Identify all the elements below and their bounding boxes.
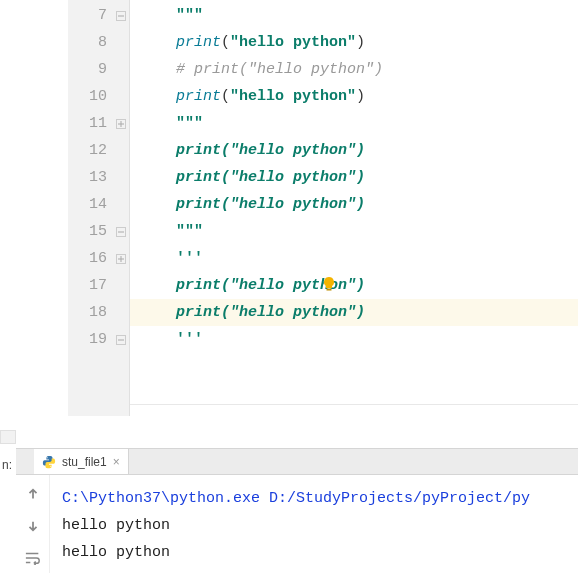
code-line[interactable] [130,380,578,407]
line-number[interactable]: 10 [68,83,129,110]
intention-bulb-icon[interactable] [322,276,336,297]
line-number[interactable]: 15 [68,218,129,245]
line-number[interactable]: 12 [68,137,129,164]
code-content[interactable]: """print("hello python")# print("hello p… [130,0,578,416]
scroll-down-button[interactable] [22,515,44,537]
output-line: hello python [62,512,566,539]
code-line[interactable]: print("hello python") [130,272,578,299]
fold-close-icon[interactable] [115,226,127,238]
fold-open-icon[interactable] [115,253,127,265]
run-label: n: [2,458,12,472]
editor-left-margin [0,0,68,416]
code-editor[interactable]: 78910111213141516171819 """print("hello … [0,0,578,416]
line-number[interactable]: 13 [68,164,129,191]
line-number-gutter[interactable]: 78910111213141516171819 [68,0,130,416]
scroll-up-button[interactable] [22,483,44,505]
line-number[interactable]: 14 [68,191,129,218]
code-line[interactable]: ''' [130,245,578,272]
code-line[interactable]: ''' [130,326,578,353]
code-line[interactable]: print("hello python") [130,83,578,110]
line-number[interactable]: 16 [68,245,129,272]
line-number[interactable]: 7 [68,2,129,29]
code-line[interactable]: print("hello python") [130,299,578,326]
code-line[interactable]: """ [130,2,578,29]
code-line[interactable]: print("hello python") [130,29,578,56]
code-line[interactable]: """ [130,218,578,245]
line-number[interactable]: 9 [68,56,129,83]
run-tabs: stu_file1 × [16,449,578,475]
run-tab-stu-file1[interactable]: stu_file1 × [34,449,129,474]
line-number[interactable]: 19 [68,326,129,353]
svg-rect-5 [327,289,332,291]
python-file-icon [42,455,56,469]
run-toolbar [16,475,50,573]
line-number[interactable]: 8 [68,29,129,56]
code-line[interactable]: print("hello python") [130,191,578,218]
close-icon[interactable]: × [113,455,120,469]
code-line[interactable]: """ [130,110,578,137]
line-number[interactable]: 17 [68,272,129,299]
soft-wrap-button[interactable] [22,547,44,569]
line-number[interactable] [68,380,129,407]
code-line[interactable]: print("hello python") [130,164,578,191]
output-line: hello python [62,539,566,566]
command-line: C:\Python37\python.exe D:/StudyProjects/… [62,485,566,512]
run-body: C:\Python37\python.exe D:/StudyProjects/… [16,475,578,573]
console-output[interactable]: C:\Python37\python.exe D:/StudyProjects/… [50,475,578,573]
code-line[interactable] [130,353,578,380]
line-number[interactable]: 11 [68,110,129,137]
line-number[interactable] [68,353,129,380]
code-line[interactable]: # print("hello python") [130,56,578,83]
scroll-thumb[interactable] [0,430,16,444]
run-tool-window: stu_file1 × C:\Python37\python.exe D:/St… [16,448,578,573]
fold-close-icon[interactable] [115,10,127,22]
code-line[interactable]: print("hello python") [130,137,578,164]
horizontal-scrollbar[interactable] [130,404,578,416]
line-number[interactable]: 18 [68,299,129,326]
fold-close-icon[interactable] [115,334,127,346]
run-tab-label: stu_file1 [62,455,107,469]
fold-open-icon[interactable] [115,118,127,130]
